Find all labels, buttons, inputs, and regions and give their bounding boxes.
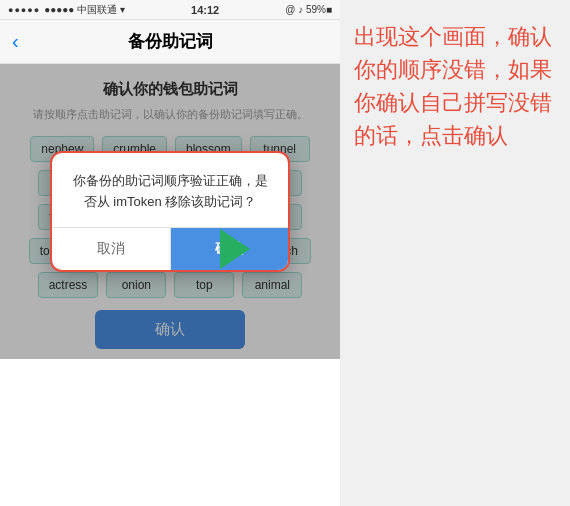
status-left: ●●●●● ●●●●● 中国联通 ▾ (8, 3, 125, 17)
annotation-text: 出现这个画面，确认你的顺序没错，如果你确认自己拼写没错的话，点击确认 (354, 20, 556, 152)
phone-frame: ●●●●● ●●●●● 中国联通 ▾ 14:12 @ ♪ 59%■ ‹ 备份助记… (0, 0, 340, 506)
dialog-message: 你备份的助记词顺序验证正确，是否从 imToken 移除该助记词？ (68, 171, 272, 213)
green-arrow-icon (210, 224, 260, 274)
signal-dots: ●●●●● (8, 5, 40, 15)
main-content: 确认你的钱包助记词 请按顺序点击助记词，以确认你的备份助记词填写正确。 neph… (0, 64, 340, 359)
status-right: @ ♪ 59%■ (285, 4, 332, 15)
nav-bar: ‹ 备份助记词 (0, 20, 340, 64)
status-icons: @ ♪ 59%■ (285, 4, 332, 15)
carrier-name: ●●●●● 中国联通 ▾ (44, 3, 125, 17)
dialog-cancel-button[interactable]: 取消 (52, 228, 171, 270)
dialog-overlay: 你备份的助记词顺序验证正确，是否从 imToken 移除该助记词？ 取消 确认 (0, 64, 340, 359)
annotation-panel: 出现这个画面，确认你的顺序没错，如果你确认自己拼写没错的话，点击确认 (340, 0, 570, 506)
dialog-body: 你备份的助记词顺序验证正确，是否从 imToken 移除该助记词？ (52, 153, 288, 227)
status-time: 14:12 (191, 4, 219, 16)
svg-marker-0 (220, 229, 250, 269)
nav-title: 备份助记词 (128, 30, 213, 53)
status-bar: ●●●●● ●●●●● 中国联通 ▾ 14:12 @ ♪ 59%■ (0, 0, 340, 20)
back-button[interactable]: ‹ (12, 30, 19, 53)
